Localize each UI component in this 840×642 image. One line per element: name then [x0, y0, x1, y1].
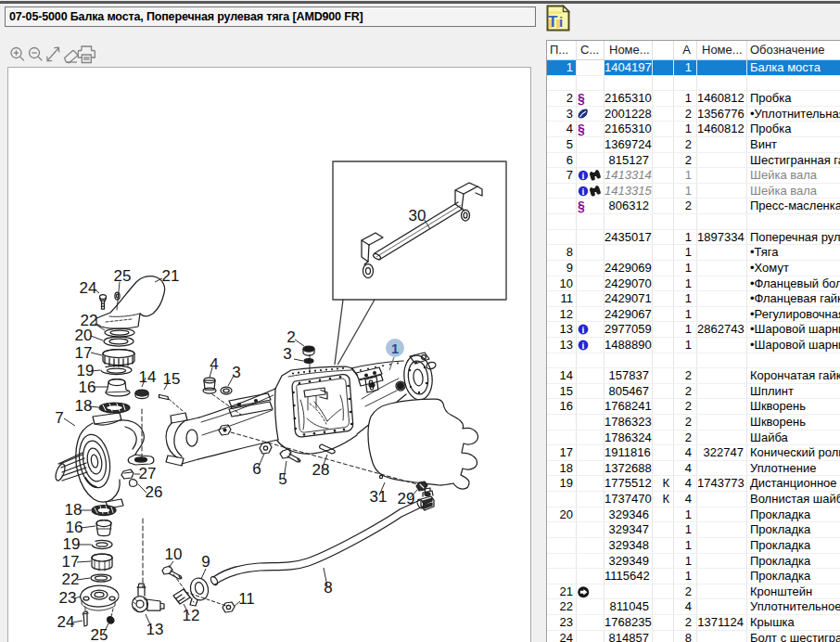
- svg-text:31: 31: [370, 488, 388, 506]
- svg-text:17: 17: [62, 553, 80, 571]
- svg-text:i: i: [582, 186, 585, 196]
- svg-text:i: i: [559, 14, 563, 30]
- svg-text:3: 3: [232, 364, 240, 381]
- svg-text:5: 5: [278, 470, 286, 488]
- svg-text:22: 22: [62, 571, 80, 588]
- svg-text:7: 7: [55, 409, 63, 427]
- svg-text:21: 21: [162, 267, 180, 285]
- svg-text:T: T: [548, 13, 558, 31]
- svg-text:8: 8: [324, 579, 332, 597]
- svg-text:9: 9: [201, 553, 210, 571]
- svg-text:29: 29: [398, 490, 415, 507]
- svg-text:26: 26: [146, 483, 163, 501]
- svg-text:1: 1: [391, 341, 399, 356]
- svg-text:30: 30: [409, 207, 426, 225]
- svg-text:24: 24: [57, 613, 75, 631]
- svg-text:17: 17: [75, 344, 93, 362]
- svg-text:28: 28: [312, 461, 330, 479]
- svg-text:16: 16: [66, 519, 83, 536]
- svg-text:3: 3: [283, 345, 291, 363]
- svg-text:i: i: [582, 171, 585, 181]
- svg-text:10: 10: [165, 546, 183, 563]
- svg-text:11: 11: [238, 590, 255, 608]
- svg-text:18: 18: [65, 501, 83, 519]
- svg-text:25: 25: [91, 626, 108, 642]
- svg-text:19: 19: [63, 535, 81, 553]
- svg-text:i: i: [582, 325, 585, 335]
- svg-text:27: 27: [139, 465, 157, 482]
- svg-text:20: 20: [75, 327, 93, 344]
- svg-text:2: 2: [286, 328, 295, 346]
- svg-text:12: 12: [183, 607, 200, 624]
- svg-text:i: i: [582, 340, 585, 351]
- svg-text:25: 25: [114, 267, 132, 285]
- svg-text:24: 24: [80, 279, 97, 297]
- svg-text:13: 13: [146, 621, 164, 638]
- svg-text:15: 15: [163, 370, 181, 388]
- svg-text:18: 18: [75, 397, 93, 415]
- svg-text:23: 23: [59, 589, 77, 607]
- svg-text:14: 14: [139, 368, 157, 386]
